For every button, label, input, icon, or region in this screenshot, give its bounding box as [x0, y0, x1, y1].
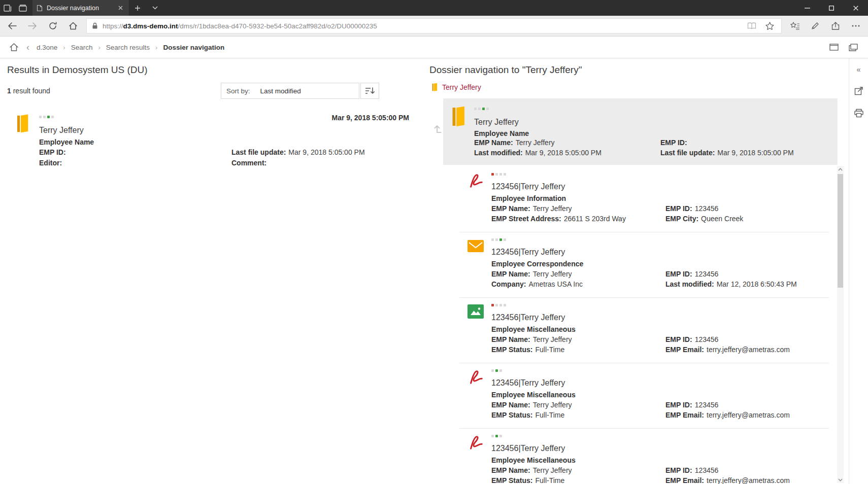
field-value: terry.jeffery@ametras.com — [707, 411, 790, 419]
field-value: 123456 — [695, 466, 719, 474]
lock-icon — [92, 22, 98, 29]
document-title: 123456|Terry Jeffery — [491, 313, 565, 322]
document-title: 123456|Terry Jeffery — [491, 248, 565, 257]
sort-select[interactable]: Sort by: Last modified — [221, 83, 359, 99]
field-label: EMP Email: — [665, 345, 704, 354]
document-category: Employee Miscellaneous — [491, 456, 576, 464]
tabs-aside-icon[interactable] — [0, 0, 15, 16]
favorite-star-icon[interactable] — [763, 19, 776, 32]
reading-view-icon[interactable] — [745, 19, 758, 32]
field-value: 123456 — [695, 270, 719, 278]
field-value: 123456 — [695, 204, 719, 213]
field-value: Full-Time — [535, 476, 564, 484]
document-row[interactable]: 123456|Terry Jeffery Employee Informatio… — [459, 167, 829, 232]
field: EMP ID:123456 — [665, 466, 718, 474]
result-category: Employee Name — [39, 138, 94, 146]
field: EMP Name:Terry Jeffery — [491, 335, 572, 343]
url-text: https://d3.dms-demo.int/dms/r/1bdac8ea-d… — [103, 22, 741, 30]
share-icon[interactable] — [825, 17, 846, 35]
sort-order-button[interactable] — [360, 83, 379, 99]
home-button[interactable] — [63, 17, 83, 35]
scroll-down-icon[interactable] — [837, 476, 844, 483]
tab-title: Dossier navigation — [47, 5, 112, 12]
field-label: Comment: — [231, 159, 266, 167]
export-document-icon[interactable] — [851, 83, 866, 98]
document-category: Employee Correspondence — [491, 260, 583, 268]
breadcrumb-back-chevron-icon[interactable] — [26, 42, 29, 53]
expand-panel-icon[interactable] — [851, 61, 866, 77]
browser-tab[interactable]: Dossier navigation — [32, 0, 129, 16]
document-row[interactable]: 123456|Terry Jeffery Employee Miscellane… — [459, 298, 829, 363]
app-home-icon[interactable] — [7, 41, 20, 54]
navigate-up-icon[interactable] — [433, 123, 444, 134]
breadcrumb-item-search[interactable]: Search — [71, 44, 93, 51]
minimize-button[interactable] — [795, 0, 819, 16]
dossier-navigation-pane: Dossier navigation to "Terry Jeffery" Te… — [429, 58, 849, 484]
result-title: Terry Jeffery — [39, 126, 84, 135]
main-content: Results in Demosystem US (DU) 1 result f… — [0, 58, 868, 484]
field-label: EMP Name: — [491, 335, 530, 343]
breadcrumb-item-d3one[interactable]: d.3one — [37, 44, 57, 51]
document-row[interactable]: 123456|Terry Jeffery Employee Miscellane… — [459, 429, 829, 484]
hub-favorites-icon[interactable] — [785, 17, 805, 35]
breadcrumb-item-search-results[interactable]: Search results — [106, 44, 150, 51]
field: EMP Name:Terry Jeffery — [491, 401, 572, 409]
result-date: Mar 9, 2018 5:05:00 PM — [331, 114, 409, 122]
field: EMP Status:Full-Time — [491, 476, 564, 484]
refresh-button[interactable] — [43, 17, 63, 35]
cascade-windows-icon[interactable] — [849, 44, 858, 51]
field-label: EMP ID: — [665, 204, 692, 213]
field: EMP Status:Full-Time — [491, 411, 564, 419]
field-label: EMP Email: — [665, 411, 704, 419]
document-category: Employee Miscellaneous — [491, 391, 576, 399]
field: EMP Email:terry.jeffery@ametras.com — [665, 476, 790, 484]
field-value: Terry Jeffery — [533, 204, 572, 213]
document-row[interactable]: 123456|Terry Jeffery Employee Miscellane… — [459, 363, 829, 429]
dossier-card[interactable]: Terry Jeffery Employee Name EMP Name:Ter… — [443, 98, 838, 165]
search-result-card[interactable]: Mar 9, 2018 5:05:00 PM Terry Jeffery Emp… — [7, 111, 422, 171]
field-label: EMP Name: — [491, 466, 530, 474]
field: EMP Name:Terry Jeffery — [491, 270, 572, 278]
scrollbar-thumb[interactable] — [838, 174, 843, 288]
url-input[interactable]: https://d3.dms-demo.int/dms/r/1bdac8ea-d… — [86, 18, 782, 33]
status-dots — [491, 369, 502, 372]
new-tab-button[interactable] — [129, 0, 146, 16]
field: EMP City:Queen Creek — [665, 215, 743, 223]
field-label: EMP Name: — [491, 401, 530, 409]
back-button[interactable] — [2, 17, 22, 35]
tab-favicon — [37, 5, 43, 12]
document-title: 123456|Terry Jeffery — [491, 182, 565, 191]
dossier-breadcrumb-link[interactable]: Terry Jeffery — [431, 83, 849, 92]
scroll-up-icon[interactable] — [837, 166, 844, 172]
field-label: EMP Email: — [665, 476, 704, 484]
close-button[interactable] — [844, 0, 868, 16]
field-value: 123456 — [695, 401, 719, 409]
forward-button[interactable] — [22, 17, 43, 35]
maximize-button[interactable] — [819, 0, 844, 16]
field: EMP Email:terry.jeffery@ametras.com — [665, 411, 790, 419]
more-options-icon[interactable] — [846, 17, 866, 35]
status-dots — [491, 435, 502, 437]
document-row[interactable]: 123456|Terry Jeffery Employee Correspond… — [459, 232, 829, 298]
tab-list-chevron-icon[interactable] — [146, 0, 163, 16]
document-category: Employee Miscellaneous — [491, 325, 576, 333]
field: EMP ID:123456 — [665, 270, 718, 278]
field-label: EMP Name: — [474, 139, 513, 147]
results-title: Results in Demosystem US (DU) — [7, 64, 422, 76]
app-breadcrumb-bar: d.3one Search Search results Dossier nav… — [0, 37, 868, 58]
tab-preview-icon[interactable] — [15, 0, 30, 16]
field-value: Terry Jeffery — [516, 139, 555, 147]
breadcrumb-separator-icon — [155, 44, 157, 51]
status-dots — [491, 304, 506, 306]
field-value: terry.jeffery@ametras.com — [707, 345, 790, 354]
dossier-breadcrumb-label[interactable]: Terry Jeffery — [442, 83, 481, 91]
scrollbar[interactable] — [837, 166, 844, 483]
field: Editor: — [39, 159, 64, 167]
document-title: 123456|Terry Jeffery — [491, 378, 565, 388]
pdf-document-icon — [467, 171, 484, 190]
sort-label: Sort by: — [226, 87, 250, 95]
tab-close-icon[interactable] — [116, 4, 125, 13]
print-icon[interactable] — [851, 106, 866, 121]
panel-layout-icon[interactable] — [829, 44, 839, 51]
web-note-pen-icon[interactable] — [805, 17, 825, 35]
